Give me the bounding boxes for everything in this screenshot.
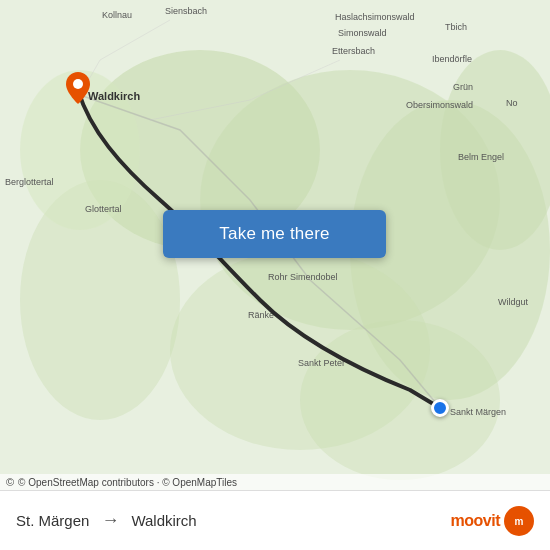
attribution-text: © OpenStreetMap contributors · © OpenMap…: [18, 477, 237, 488]
svg-text:Obersimonswald: Obersimonswald: [406, 100, 473, 110]
svg-text:Ibendörfle: Ibendörfle: [432, 54, 472, 64]
svg-text:Tbich: Tbich: [445, 22, 467, 32]
svg-text:Ettersbach: Ettersbach: [332, 46, 375, 56]
take-me-there-button[interactable]: Take me there: [163, 210, 386, 258]
svg-text:Wildgut: Wildgut: [498, 297, 529, 307]
svg-text:Ränke: Ränke: [248, 310, 274, 320]
moovit-brand-text: moovit: [451, 512, 500, 530]
origin-marker: [66, 72, 90, 108]
bottom-bar: St. Märgen → Waldkirch moovit m: [0, 490, 550, 550]
svg-text:No: No: [506, 98, 518, 108]
svg-text:Siensbach: Siensbach: [165, 6, 207, 16]
svg-text:Berglottertal: Berglottertal: [5, 177, 54, 187]
svg-text:Glottertal: Glottertal: [85, 204, 122, 214]
svg-text:Rohr Simendobel: Rohr Simendobel: [268, 272, 338, 282]
svg-text:Simonswald: Simonswald: [338, 28, 387, 38]
svg-text:Sankt Märgen: Sankt Märgen: [450, 407, 506, 417]
route-to-label: Waldkirch: [131, 512, 196, 529]
svg-text:Waldkirch: Waldkirch: [88, 90, 140, 102]
svg-point-28: [73, 79, 83, 89]
route-arrow-icon: →: [101, 510, 119, 531]
destination-marker: [431, 399, 449, 417]
svg-point-8: [300, 320, 500, 480]
svg-text:Belm Engel: Belm Engel: [458, 152, 504, 162]
svg-text:Haslachsimonswald: Haslachsimonswald: [335, 12, 415, 22]
svg-text:Kollnau: Kollnau: [102, 10, 132, 20]
map-attribution: © © OpenStreetMap contributors · © OpenM…: [0, 474, 550, 490]
svg-text:Grün: Grün: [453, 82, 473, 92]
svg-text:Sankt Peter: Sankt Peter: [298, 358, 345, 368]
moovit-logo: moovit m: [451, 506, 534, 536]
moovit-brand-icon: m: [504, 506, 534, 536]
map-container: Kollnau Siensbach Haslachsimonswald Simo…: [0, 0, 550, 490]
svg-text:m: m: [515, 516, 524, 527]
route-from-label: St. Märgen: [16, 512, 89, 529]
